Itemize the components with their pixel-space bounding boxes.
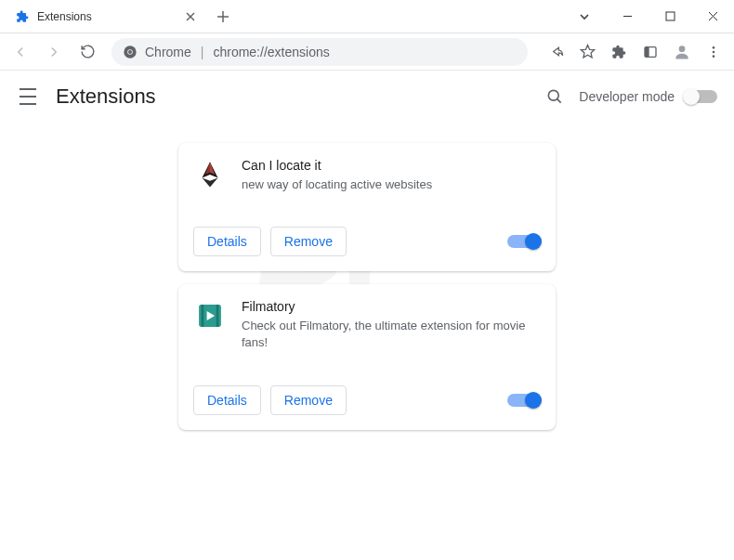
svg-point-10 — [128, 50, 132, 54]
svg-point-16 — [713, 50, 715, 53]
details-button[interactable]: Details — [193, 227, 261, 256]
extension-description: Check out Filmatory, the ultimate extens… — [242, 318, 541, 351]
new-tab-button[interactable] — [210, 4, 236, 30]
enable-toggle[interactable] — [507, 394, 541, 407]
extension-card: Filmatory Check out Filmatory, the ultim… — [178, 284, 556, 429]
extension-card: Can I locate it new way of locating acti… — [178, 143, 556, 271]
svg-rect-13 — [645, 46, 649, 57]
menu-button[interactable] — [17, 85, 39, 108]
menu-icon[interactable] — [699, 37, 728, 67]
remove-button[interactable]: Remove — [270, 385, 347, 415]
browser-toolbar: Chrome | chrome://extensions — [0, 33, 734, 71]
svg-line-19 — [557, 99, 561, 103]
extension-name: Filmatory — [242, 299, 541, 314]
minimize-button[interactable] — [606, 0, 649, 33]
enable-toggle[interactable] — [507, 235, 541, 248]
extension-description: new way of locating active websites — [242, 176, 432, 193]
close-tab-icon[interactable] — [186, 12, 201, 21]
tab-title: Extensions — [37, 10, 92, 23]
search-icon[interactable] — [542, 84, 568, 110]
share-icon[interactable] — [541, 37, 570, 67]
address-bar[interactable]: Chrome | chrome://extensions — [111, 38, 528, 66]
svg-point-17 — [713, 55, 715, 58]
sidepanel-icon[interactable] — [636, 37, 665, 67]
svg-point-14 — [679, 46, 686, 52]
chrome-icon — [123, 45, 138, 59]
extension-icon — [193, 158, 227, 191]
remove-button[interactable]: Remove — [270, 227, 347, 256]
bookmark-icon[interactable] — [572, 37, 602, 67]
reload-button[interactable] — [72, 37, 102, 67]
url-separator: | — [201, 45, 204, 59]
svg-rect-26 — [216, 305, 219, 327]
page-title: Extensions — [56, 85, 156, 109]
extensions-icon[interactable] — [604, 37, 634, 67]
back-button[interactable] — [6, 37, 35, 67]
svg-rect-25 — [202, 305, 204, 327]
tab-search-button[interactable] — [563, 0, 606, 33]
extension-name: Can I locate it — [242, 158, 432, 173]
close-window-button[interactable] — [691, 0, 734, 33]
extensions-header: Extensions Developer mode — [0, 71, 734, 123]
dev-mode-toggle[interactable] — [684, 90, 717, 103]
puzzle-icon — [15, 9, 30, 24]
url-path: chrome://extensions — [213, 45, 329, 59]
window-titlebar: Extensions — [0, 0, 734, 33]
svg-rect-5 — [666, 12, 675, 20]
extension-icon — [193, 299, 227, 332]
forward-button[interactable] — [39, 37, 69, 67]
svg-point-15 — [713, 46, 715, 49]
svg-marker-11 — [581, 45, 594, 57]
maximize-button[interactable] — [649, 0, 691, 33]
extension-list: Can I locate it new way of locating acti… — [0, 143, 734, 430]
profile-icon[interactable] — [667, 37, 697, 67]
dev-mode-label: Developer mode — [579, 89, 675, 104]
details-button[interactable]: Details — [193, 385, 261, 415]
url-scheme: Chrome — [145, 45, 191, 59]
browser-tab[interactable]: Extensions — [6, 1, 210, 33]
svg-point-18 — [549, 90, 559, 100]
svg-marker-23 — [203, 177, 218, 187]
